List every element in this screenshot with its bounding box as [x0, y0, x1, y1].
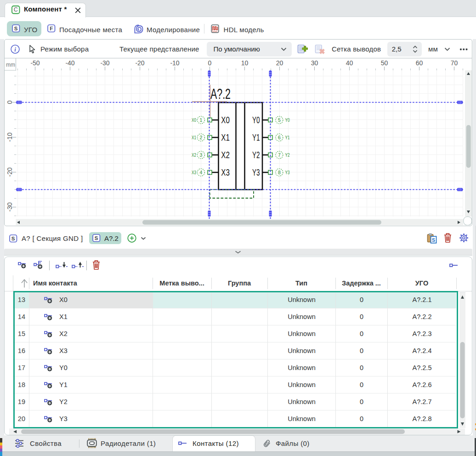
- svg-text:-10: -10: [6, 132, 13, 142]
- svg-text:Y2: Y2: [252, 150, 260, 160]
- svg-text:X2: X2: [192, 153, 196, 158]
- svg-text:-40: -40: [65, 59, 74, 67]
- svg-text:X3: X3: [221, 167, 230, 177]
- svg-text:60: 60: [416, 59, 423, 67]
- svg-text:20: 20: [276, 59, 283, 67]
- svg-text:50: 50: [381, 59, 388, 67]
- svg-text:X0: X0: [192, 118, 196, 123]
- svg-text:mm: mm: [6, 62, 15, 68]
- svg-text:Y0: Y0: [285, 118, 290, 123]
- svg-text:X3: X3: [192, 170, 196, 175]
- svg-text:S: S: [11, 236, 15, 241]
- svg-text:7: 7: [278, 152, 281, 158]
- svg-text:Y3: Y3: [285, 170, 290, 175]
- svg-text:C: C: [14, 6, 18, 13]
- svg-text:10: 10: [241, 59, 249, 67]
- svg-text:0: 0: [6, 100, 13, 104]
- svg-text:2: 2: [199, 135, 202, 140]
- svg-text:4: 4: [199, 170, 202, 175]
- svg-text:0: 0: [208, 59, 212, 67]
- svg-text:F: F: [50, 26, 53, 31]
- svg-text:Y2: Y2: [285, 153, 290, 158]
- svg-text:-20: -20: [6, 167, 13, 177]
- svg-text:3: 3: [199, 152, 202, 158]
- svg-text:S: S: [432, 237, 435, 243]
- svg-text:40: 40: [346, 59, 353, 67]
- svg-text:1: 1: [199, 117, 202, 123]
- svg-text:-10: -10: [170, 59, 179, 67]
- svg-text:70: 70: [451, 59, 458, 67]
- svg-text:Y3: Y3: [252, 167, 260, 177]
- svg-text:-30: -30: [100, 59, 109, 67]
- svg-text:-50: -50: [30, 59, 40, 67]
- svg-text:X1: X1: [192, 135, 196, 140]
- svg-text:X1: X1: [221, 132, 230, 142]
- svg-text:Y1: Y1: [285, 135, 290, 140]
- svg-text:S: S: [95, 235, 98, 241]
- svg-text:Y0: Y0: [252, 115, 260, 125]
- svg-text:X2: X2: [221, 150, 230, 160]
- svg-text:-30: -30: [6, 202, 13, 211]
- svg-text:6: 6: [278, 135, 281, 140]
- svg-text:S: S: [14, 26, 17, 31]
- svg-text:i: i: [14, 46, 16, 53]
- svg-text:-20: -20: [135, 59, 144, 67]
- svg-text:5: 5: [278, 117, 281, 123]
- svg-text:30: 30: [311, 59, 318, 67]
- svg-text:8: 8: [278, 170, 281, 175]
- svg-text:X0: X0: [221, 115, 230, 125]
- svg-text:Y1: Y1: [252, 132, 260, 142]
- svg-text:A?.2: A?.2: [210, 86, 231, 102]
